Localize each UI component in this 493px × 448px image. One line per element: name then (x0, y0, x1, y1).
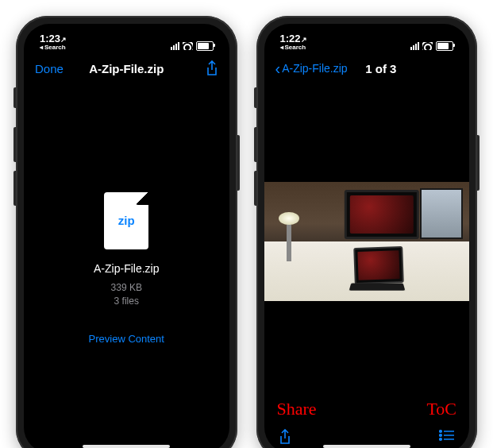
back-label: A-Zip-File.zip (282, 62, 347, 75)
iphone-left: 1:23↗ Search Done A-Zip-File.zip zip A-Z… (16, 16, 237, 448)
status-bar: 1:22↗ Search (264, 24, 470, 52)
svg-point-0 (440, 431, 442, 433)
preview-content-button[interactable]: Preview Content (89, 333, 164, 345)
mute-switch (254, 87, 256, 108)
preview-viewer: Share ToC (264, 84, 470, 448)
chevron-left-icon: ‹ (275, 60, 281, 76)
file-count: 3 files (111, 295, 142, 308)
annotation-labels: Share ToC (264, 399, 470, 421)
list-icon[interactable] (439, 429, 455, 445)
status-right (410, 41, 453, 51)
iphone-right: 1:22↗ Search ‹ A-Zip-File.zip 1 of 3 (256, 16, 478, 448)
nav-bar: ‹ A-Zip-File.zip 1 of 3 (264, 52, 470, 84)
volume-down (13, 171, 16, 206)
share-icon[interactable] (279, 429, 291, 445)
svg-point-4 (440, 438, 442, 441)
nav-bar: Done A-Zip-File.zip (24, 52, 229, 84)
svg-point-2 (440, 434, 442, 437)
screen: 1:23↗ Search Done A-Zip-File.zip zip A-Z… (24, 24, 229, 448)
nav-title: A-Zip-File.zip (79, 62, 175, 75)
page-counter: 1 of 3 (348, 62, 414, 75)
location-arrow-icon: ↗ (60, 36, 67, 44)
volume-up (254, 127, 256, 162)
cellular-icon (410, 42, 419, 50)
toc-annotation: ToC (426, 399, 456, 419)
back-to-search[interactable]: Search (280, 44, 307, 51)
zip-file-icon: zip (104, 192, 148, 249)
wifi-icon (183, 42, 193, 50)
cellular-icon (171, 42, 179, 50)
side-button (237, 135, 240, 191)
side-button (477, 135, 480, 191)
volume-up (13, 127, 16, 162)
home-indicator[interactable] (323, 445, 410, 448)
mute-switch (13, 87, 16, 108)
back-button[interactable]: ‹ A-Zip-File.zip (275, 60, 348, 76)
file-meta: 339 KB 3 files (111, 281, 142, 308)
status-time: 1:22 (280, 33, 301, 44)
status-bar: 1:23↗ Search (24, 24, 229, 52)
status-right (171, 41, 214, 51)
bottom-toolbar (264, 421, 470, 448)
home-indicator[interactable] (83, 445, 170, 448)
share-annotation: Share (277, 399, 317, 419)
share-icon[interactable] (206, 60, 218, 76)
photo-area[interactable] (264, 84, 470, 399)
wifi-icon (422, 42, 433, 50)
back-to-search[interactable]: Search (40, 44, 67, 51)
preview-image (264, 182, 470, 301)
file-info-content: zip A-Zip-File.zip 339 KB 3 files Previe… (24, 84, 229, 448)
file-size: 339 KB (111, 281, 142, 295)
file-name: A-Zip-File.zip (94, 262, 159, 275)
done-button[interactable]: Done (35, 62, 64, 75)
screen: 1:22↗ Search ‹ A-Zip-File.zip 1 of 3 (264, 24, 470, 448)
volume-down (254, 171, 256, 206)
location-arrow-icon: ↗ (301, 36, 307, 44)
battery-icon (436, 41, 453, 51)
battery-icon (196, 41, 214, 51)
status-time: 1:23 (40, 33, 60, 44)
